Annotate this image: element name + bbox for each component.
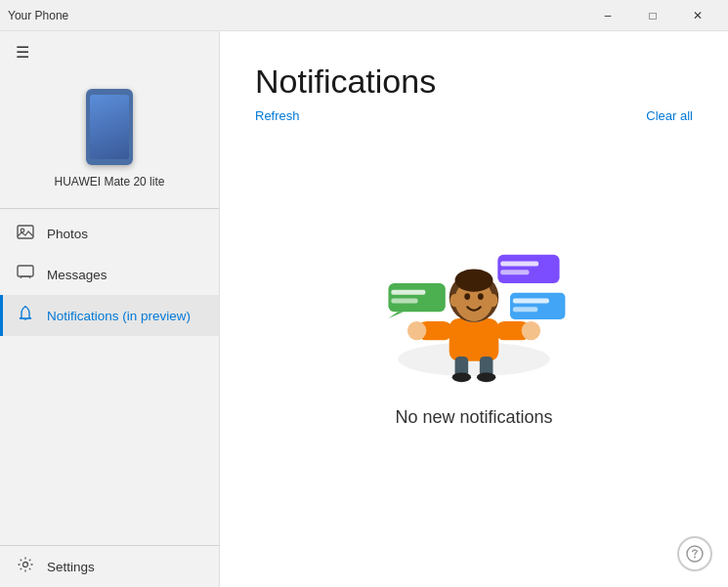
svg-rect-0 bbox=[18, 226, 33, 238]
sidebar-bottom: Settings bbox=[0, 545, 219, 587]
empty-state: No new notifications bbox=[255, 123, 693, 556]
svg-point-4 bbox=[23, 563, 28, 567]
messages-label: Messages bbox=[47, 268, 107, 282]
svg-rect-15 bbox=[513, 307, 537, 312]
svg-point-31 bbox=[452, 372, 471, 382]
notifications-icon bbox=[16, 305, 35, 326]
svg-point-24 bbox=[455, 269, 493, 291]
svg-rect-11 bbox=[500, 262, 538, 267]
phone-screen bbox=[90, 95, 129, 159]
empty-state-illustration bbox=[366, 212, 581, 388]
sidebar: ☰ HUAWEI Mate 20 lite Photos bbox=[0, 31, 220, 587]
svg-rect-14 bbox=[513, 299, 549, 304]
svg-point-20 bbox=[522, 321, 540, 340]
phone-illustration bbox=[86, 89, 133, 165]
sidebar-item-settings[interactable]: Settings bbox=[0, 546, 219, 587]
svg-rect-2 bbox=[18, 266, 33, 276]
settings-label: Settings bbox=[47, 560, 95, 574]
svg-point-32 bbox=[477, 372, 495, 382]
sidebar-item-photos[interactable]: Photos bbox=[0, 213, 219, 254]
hamburger-menu[interactable]: ☰ bbox=[0, 31, 219, 73]
main-content: Notifications Refresh Clear all bbox=[220, 31, 728, 587]
titlebar: Your Phone – □ ✕ bbox=[0, 0, 728, 31]
close-button[interactable]: ✕ bbox=[675, 0, 720, 31]
svg-rect-10 bbox=[497, 255, 559, 283]
window-controls: – □ ✕ bbox=[585, 0, 720, 31]
svg-rect-6 bbox=[388, 283, 445, 312]
app-body: ☰ HUAWEI Mate 20 lite Photos bbox=[0, 31, 728, 587]
svg-point-25 bbox=[450, 294, 460, 308]
svg-point-1 bbox=[21, 229, 24, 232]
sidebar-item-messages[interactable]: Messages bbox=[0, 254, 219, 295]
minimize-button[interactable]: – bbox=[585, 0, 630, 31]
maximize-button[interactable]: □ bbox=[630, 0, 675, 31]
action-row: Refresh Clear all bbox=[255, 108, 693, 123]
svg-rect-7 bbox=[391, 290, 425, 295]
clear-all-button[interactable]: Clear all bbox=[646, 108, 693, 123]
svg-marker-9 bbox=[388, 312, 404, 318]
svg-point-34 bbox=[694, 557, 696, 559]
svg-rect-8 bbox=[391, 299, 417, 304]
sidebar-item-notifications[interactable]: Notifications (in preview) bbox=[0, 295, 219, 336]
notifications-label: Notifications (in preview) bbox=[47, 309, 191, 323]
messages-icon bbox=[16, 264, 35, 285]
svg-point-19 bbox=[407, 321, 426, 340]
svg-point-26 bbox=[489, 294, 498, 308]
device-name: HUAWEI Mate 20 lite bbox=[55, 175, 165, 189]
sidebar-divider-top bbox=[0, 208, 219, 209]
refresh-button[interactable]: Refresh bbox=[255, 108, 300, 123]
svg-rect-13 bbox=[510, 293, 565, 319]
page-title: Notifications bbox=[255, 63, 693, 101]
svg-rect-12 bbox=[500, 270, 529, 274]
empty-state-message: No new notifications bbox=[395, 407, 552, 428]
device-section: HUAWEI Mate 20 lite bbox=[0, 73, 219, 204]
help-icon[interactable] bbox=[677, 536, 712, 571]
photos-icon bbox=[16, 223, 35, 244]
svg-point-27 bbox=[464, 293, 470, 300]
app-title: Your Phone bbox=[8, 9, 585, 22]
settings-icon bbox=[16, 556, 35, 577]
photos-label: Photos bbox=[47, 227, 88, 241]
svg-point-28 bbox=[478, 293, 484, 300]
svg-rect-16 bbox=[450, 318, 499, 361]
